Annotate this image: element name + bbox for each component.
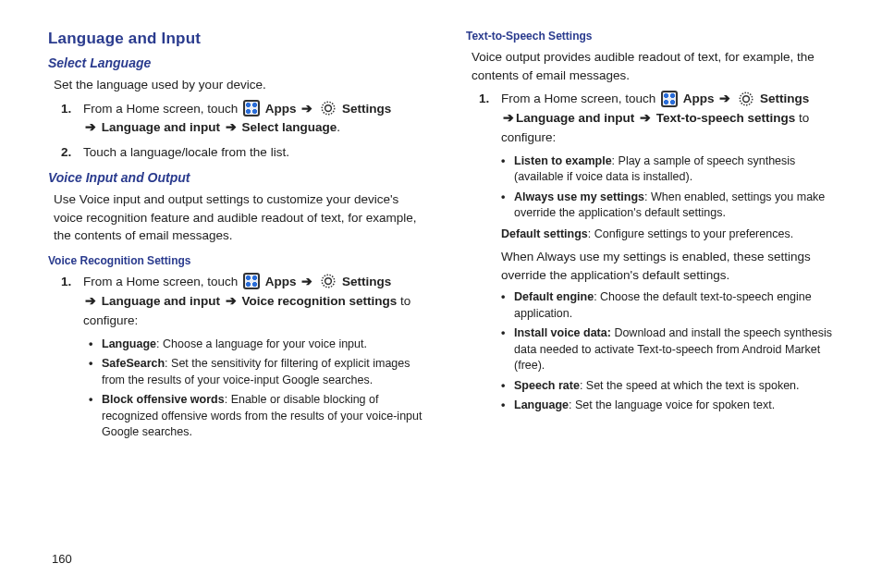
bullet-label: Always use my settings (514, 190, 644, 203)
arrow-icon: ➔ (501, 111, 516, 125)
select-language-step-2: 2. Touch a language/locale from the list… (61, 143, 425, 163)
tts-bullets-bottom: • Default engine: Choose the default tex… (501, 289, 843, 414)
svg-point-3 (325, 278, 332, 285)
bullet-icon: • (501, 378, 514, 395)
bullet-label: Default engine (514, 290, 594, 303)
apps-label: Apps (265, 102, 297, 116)
path-tts-settings: Text-to-speech settings (656, 111, 796, 125)
bullet-label: Language (102, 337, 156, 350)
step-body: From a Home screen, touch Apps ➔ Setting… (83, 100, 425, 139)
bullet-icon: • (89, 337, 102, 353)
bullet-label: Install voice data: (514, 326, 611, 339)
tts-bullets-top: • Listen to example: Play a sample of sp… (501, 153, 843, 222)
tts-bullet-install-voice: • Install voice data: Download and insta… (501, 325, 843, 374)
step-text-a: From a Home screen, touch (83, 102, 241, 116)
bullet-body: : Choose a language for your voice input… (156, 337, 367, 350)
arrow-icon: ➔ (638, 111, 653, 125)
path-select-language: Select language (242, 120, 337, 134)
svg-point-2 (322, 276, 335, 288)
step-number: 1. (61, 100, 83, 139)
step-text-a: From a Home screen, touch (501, 92, 659, 105)
step-body: From a Home screen, touch Apps ➔ Setting… (501, 90, 843, 148)
step-number: 2. (61, 143, 83, 163)
tts-bullet-language: • Language: Set the language voice for s… (501, 398, 843, 414)
period: . (337, 120, 340, 134)
bullet-icon: • (501, 398, 514, 414)
bullet-icon: • (501, 325, 514, 374)
bullet-icon: • (501, 190, 514, 222)
apps-label: Apps (265, 275, 297, 288)
tts-intro: Voice output provides audible readout of… (472, 48, 843, 84)
tts-bullet-default-engine: • Default engine: Choose the default tex… (501, 289, 843, 322)
vrs-bullet-safesearch: • SafeSearch: Set the sensitivity for fi… (89, 356, 425, 388)
vrs-bullets: • Language: Choose a language for your v… (83, 337, 425, 441)
tts-default-settings-extra: When Always use my settings is enabled, … (501, 248, 843, 284)
heading-voice-recognition-settings: Voice Recognition Settings (48, 254, 425, 267)
bullet-icon: • (501, 153, 514, 186)
settings-icon (738, 91, 754, 107)
bullet-icon: • (501, 289, 514, 322)
right-column: Text-to-Speech Settings Voice output pro… (466, 30, 843, 579)
bullet-icon: • (89, 392, 102, 441)
select-language-step-1: 1. From a Home screen, touch Apps ➔ Sett… (61, 100, 425, 139)
settings-label: Settings (342, 102, 391, 116)
bullet-label: Speech rate (514, 379, 580, 392)
bullet-icon: • (89, 356, 102, 388)
select-language-intro: Set the language used by your device. (54, 76, 425, 94)
settings-label: Settings (342, 275, 391, 288)
settings-label: Settings (760, 92, 809, 105)
heading-select-language: Select Language (48, 55, 425, 70)
bullet-label: Listen to example (514, 154, 612, 167)
step-number: 1. (61, 273, 83, 331)
arrow-icon: ➔ (83, 294, 98, 308)
path-language-input: Language and input (102, 120, 220, 134)
tts-bullet-always-use: • Always use my settings: When enabled, … (501, 190, 843, 222)
heading-language-and-input: Language and Input (48, 30, 425, 48)
settings-icon (320, 273, 337, 289)
apps-icon (243, 273, 260, 289)
svg-point-1 (325, 105, 332, 112)
page-number: 160 (52, 552, 72, 566)
svg-point-0 (322, 102, 335, 115)
path-language-input: Language and input (102, 294, 220, 308)
bullet-label: Block offensive words (102, 393, 225, 406)
apps-label: Apps (683, 92, 715, 105)
arrow-icon: ➔ (224, 120, 239, 134)
arrow-icon: ➔ (300, 275, 314, 288)
heading-text-to-speech: Text-to-Speech Settings (466, 30, 843, 43)
apps-icon (661, 91, 678, 107)
step-body: Touch a language/locale from the list. (83, 143, 425, 163)
path-voice-recognition: Voice recognition settings (242, 294, 398, 308)
path-language-input: Language and input (516, 111, 634, 125)
left-column: Language and Input Select Language Set t… (48, 30, 425, 579)
bullet-body: : Set the language voice for spoken text… (569, 398, 775, 411)
tts-bullet-listen: • Listen to example: Play a sample of sp… (501, 153, 843, 186)
voice-io-intro: Use Voice input and output settings to c… (54, 190, 425, 245)
arrow-icon: ➔ (224, 294, 239, 308)
step-body: From a Home screen, touch Apps ➔ Setting… (83, 273, 425, 331)
svg-point-4 (740, 92, 753, 105)
vrs-step-1: 1. From a Home screen, touch Apps ➔ Sett… (61, 273, 425, 331)
bullet-label: SafeSearch (102, 357, 165, 370)
heading-voice-input-output: Voice Input and Output (48, 170, 425, 185)
arrow-icon: ➔ (83, 120, 98, 134)
default-settings-body: : Configure settings to your preferences… (588, 227, 793, 240)
step-text-a: From a Home screen, touch (83, 275, 241, 288)
manual-page: Language and Input Select Language Set t… (0, 0, 882, 588)
tts-default-settings-line: Default settings: Configure settings to … (501, 226, 843, 242)
svg-point-5 (743, 95, 750, 102)
bullet-label: Language (514, 398, 569, 411)
arrow-icon: ➔ (717, 92, 732, 105)
apps-icon (243, 100, 260, 116)
step-number: 1. (479, 90, 501, 148)
tts-bullet-speech-rate: • Speech rate: Set the speed at which th… (501, 378, 843, 395)
arrow-icon: ➔ (300, 102, 314, 116)
bullet-body: : Set the speed at which the text is spo… (580, 379, 800, 392)
vrs-bullet-block-offensive: • Block offensive words: Enable or disab… (89, 392, 425, 441)
default-settings-label: Default settings (501, 227, 588, 240)
vrs-bullet-language: • Language: Choose a language for your v… (89, 337, 425, 353)
settings-icon (320, 100, 337, 116)
tts-step-1: 1. From a Home screen, touch Apps ➔ Sett… (479, 90, 843, 148)
